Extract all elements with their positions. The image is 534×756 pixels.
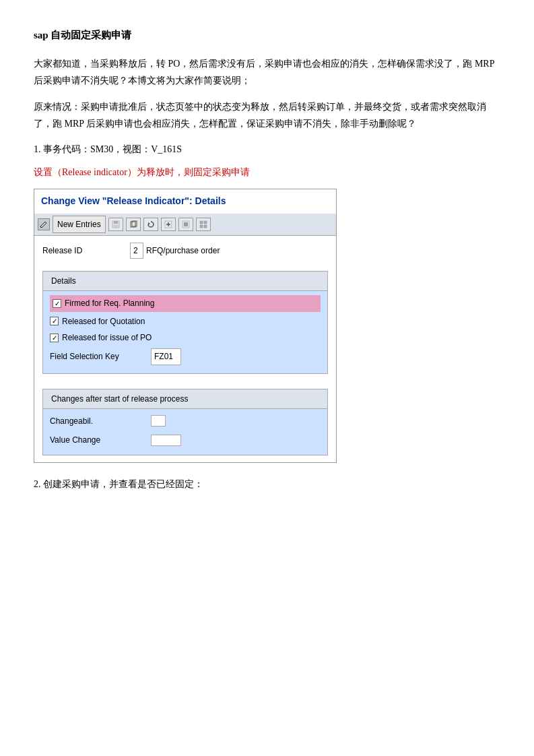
toolbar-btn-save[interactable] (108, 218, 123, 231)
details-section-label: Details (47, 275, 80, 287)
checkbox-quotation-label: Released for Quotation (62, 315, 145, 328)
svg-rect-2 (114, 225, 118, 227)
toolbar-btn-copy[interactable] (126, 218, 141, 231)
release-id-row: Release ID 2 RFQ/purchase order (42, 243, 328, 259)
details-section-content: ✓ Firmed for Req. Planning ✓ Released fo… (43, 291, 327, 373)
toolbar-btn-refresh[interactable] (143, 218, 158, 231)
step1-label: 1. 事务代码：SM30，视图：V_161S (34, 141, 500, 158)
new-entries-label: New Entries (57, 218, 101, 231)
release-id-desc: RFQ/purchase order (146, 244, 220, 257)
toolbar-btn-list[interactable] (178, 218, 193, 231)
checkbox-row-quotation: ✓ Released for Quotation (50, 315, 321, 328)
checkbox-po[interactable]: ✓ (50, 334, 59, 342)
changeabil-input[interactable] (151, 415, 166, 427)
field-selection-label: Field Selection Key (50, 350, 144, 363)
release-id-label: Release ID (42, 244, 130, 257)
details-section-box: Details ✓ Firmed for Req. Planning ✓ Rel… (42, 271, 328, 373)
sap-panel: Change View "Release Indicator": Details… (34, 189, 337, 464)
changes-section-label: Changes after start of release process (47, 393, 192, 405)
article-title: sap 自动固定采购申请 (34, 27, 500, 44)
release-id-value[interactable]: 2 (130, 243, 143, 259)
svg-rect-14 (204, 221, 207, 224)
svg-rect-1 (114, 221, 118, 224)
checkbox-row-firmed: ✓ Firmed for Req. Planning (50, 295, 321, 311)
checkbox-row-po: ✓ Released for issue of PO (50, 331, 321, 344)
checkbox-po-label: Released for issue of PO (62, 331, 152, 344)
sap-toolbar: New Entries (34, 214, 336, 236)
svg-rect-13 (200, 221, 203, 224)
changes-section-content: Changeabil. Value Change (43, 409, 327, 455)
changeabil-row: Changeabil. (50, 413, 321, 429)
svg-rect-16 (204, 225, 207, 228)
toolbar-btn-grid[interactable] (196, 218, 211, 231)
field-selection-row: Field Selection Key FZ01 (50, 347, 321, 366)
step1-note: 设置（Release indicator）为释放时，则固定采购申请 (34, 164, 500, 181)
checkbox-firmed-label: Firmed for Req. Planning (65, 296, 154, 310)
sap-view-title: Change View "Release Indicator": Details (34, 189, 336, 214)
sap-body: Release ID 2 RFQ/purchase order Details … (34, 236, 336, 462)
svg-rect-15 (200, 225, 203, 228)
changes-section-box: Changes after start of release process C… (42, 389, 328, 456)
paragraph-1: 大家都知道，当采购释放后，转 PO，然后需求没有后，采购申请也会相应的消失，怎样… (34, 55, 500, 89)
value-change-row: Value Change (50, 432, 321, 448)
value-change-input[interactable] (151, 435, 181, 446)
toolbar-btn-add[interactable] (161, 218, 176, 231)
new-entries-button[interactable]: New Entries (53, 216, 106, 233)
step2-label: 2. 创建采购申请，并查看是否已经固定： (34, 476, 500, 493)
changeabil-label: Changeabil. (50, 414, 144, 428)
checkbox-firmed[interactable]: ✓ (53, 299, 61, 308)
svg-marker-5 (148, 222, 150, 225)
field-selection-value[interactable]: FZ01 (151, 348, 181, 365)
edit-icon[interactable] (38, 218, 50, 230)
checkbox-quotation[interactable]: ✓ (50, 317, 59, 325)
paragraph-2: 原来情况：采购申请批准后，状态页签中的状态变为释放，然后转采购订单，并最终交货，… (34, 98, 500, 132)
value-change-label: Value Change (50, 433, 144, 447)
